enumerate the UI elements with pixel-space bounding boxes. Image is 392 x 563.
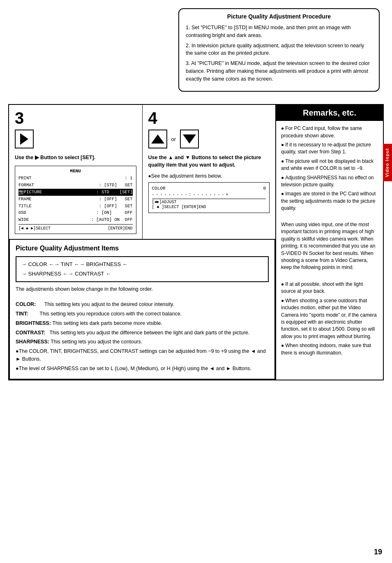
or-label: or xyxy=(171,136,176,142)
menu-row-frame: FRAME: [OFF] SET xyxy=(18,196,133,203)
slider-line: - - - - - - - - - : - - - - - - - - + xyxy=(152,192,266,197)
step-3-icon xyxy=(15,130,136,148)
quality-items-title: Picture Quality Adjustment Items xyxy=(16,245,269,252)
remark-bullet-2: If it is necessary to re-adjust the pict… xyxy=(281,141,378,156)
step-3-desc-text: Use the ▶ Button to select [SET]. xyxy=(15,155,95,160)
steps-row: 3 Use the ▶ Button to select [SET]. MENU xyxy=(9,105,275,240)
steps-area: 3 Use the ▶ Button to select [SET]. MENU xyxy=(9,105,276,380)
color-label: COLOR xyxy=(152,186,166,191)
color-row: COLOR 0 xyxy=(152,186,266,191)
triangle-up-icon xyxy=(151,134,164,144)
menu-display-title: MENU xyxy=(18,168,133,175)
note-1: ●The COLOR, TINT, BRIGHTNESS, and CONTRA… xyxy=(16,348,269,363)
page-number: 19 xyxy=(374,548,382,556)
color-value: 0 xyxy=(263,186,266,191)
color-footer: [◄►]ADJUST [ ◆ ]SELECT [ENTER]END xyxy=(152,199,266,209)
step-3-block: 3 Use the ▶ Button to select [SET]. MENU xyxy=(9,105,143,239)
color-footer-adjust: [◄►]ADJUST xyxy=(152,200,266,204)
remarks-content: For PC Card input, follow the same proce… xyxy=(276,121,383,363)
triangle-right-icon xyxy=(20,133,28,145)
remark-bullet-1: For PC Card input, follow the same proce… xyxy=(281,125,378,139)
remark-bullet-5: Images are stored in the PC Card without… xyxy=(281,190,378,212)
page-container: Picture Quality Adjustment Procedure 1. … xyxy=(0,0,392,563)
remarks-paragraph: When using video input, one of the most … xyxy=(281,221,378,271)
remark-bullet2-2: When shooting a scene outdoors that incl… xyxy=(281,297,378,340)
video-input-tab: Video Input xyxy=(383,144,392,181)
menu-row-format: FORMAT: [STD] SET xyxy=(18,182,133,189)
remarks-header: Remarks, etc. xyxy=(276,105,383,121)
procedure-title: Picture Quality Adjustment Procedure xyxy=(186,13,372,20)
procedure-step-1: 1. Set "PICTURE" to [STD] in MENU mode, … xyxy=(186,24,372,39)
menu-footer: [◄ ◆ ►]SELECT[ENTER]END xyxy=(18,224,133,232)
play-button-icon xyxy=(15,130,34,148)
step-4-icon: or xyxy=(148,130,270,148)
step-4-note: ●See the adjustment items below. xyxy=(148,173,270,180)
menu-row-osd: OSD: [ON] OFF xyxy=(18,209,133,216)
item-color: COLOR: This setting lets you adjust to t… xyxy=(16,301,269,308)
top-section: Picture Quality Adjustment Procedure 1. … xyxy=(8,8,384,92)
remark-bullet2-1: If at all possible, shoot with the light… xyxy=(281,281,378,295)
cycle-row-2: → SHARPNESS ←→ CONTRAST ← xyxy=(21,269,263,278)
quality-items-section: Picture Quality Adjustment Items → COLOR… xyxy=(9,240,275,380)
step-3-desc: Use the ▶ Button to select [SET]. xyxy=(15,154,136,162)
step-4-block: 4 or Use the ▲ and ▼ Buttons to select t… xyxy=(143,105,276,239)
procedure-step-3: 3. At "PICTURE" in MENU mode, adjust the… xyxy=(186,60,372,83)
menu-row-picture: 📷PICTURE: STD [SET] xyxy=(18,189,133,196)
cycle-row-1: → COLOR ←→ TINT ←→ BRIGHTNESS ← xyxy=(21,259,263,269)
step-4-desc: Use the ▲ and ▼ Buttons to select the pi… xyxy=(148,154,270,169)
step-4-number: 4 xyxy=(148,110,270,126)
menu-row-wide: WIDE: [AUTO] ON OFF xyxy=(18,216,133,223)
color-display: COLOR 0 - - - - - - - - - : - - - - - - … xyxy=(148,182,270,213)
item-tint: TINT: This setting lets you reproduce co… xyxy=(16,310,269,318)
step-3-number: 3 xyxy=(15,110,136,126)
triangle-down-icon xyxy=(183,134,196,144)
item-brightness: BRIGHTNESS: This setting lets dark parts… xyxy=(16,320,269,327)
item-sharpness: SHARPNESS: This setting lets you adjust … xyxy=(16,338,269,346)
remark-bullet-3: The picture will not be displayed in bla… xyxy=(281,158,378,172)
procedure-step-2: 2. In television picture quality adjustm… xyxy=(186,42,372,58)
menu-row-title: TITLE: [OFF] SET xyxy=(18,203,133,210)
remarks-section: Remarks, etc. For PC Card input, follow … xyxy=(276,105,383,380)
items-intro: The adjustments shown below change in th… xyxy=(16,285,269,293)
color-footer-select: [ ◆ ]SELECT [ENTER]END xyxy=(152,204,266,209)
up-triangle-icon-box xyxy=(148,130,167,148)
remark-bullet2-3: When shooting indoors, make sure that th… xyxy=(281,342,378,357)
down-triangle-icon-box xyxy=(180,130,199,148)
item-contrast: CONTRAST: This setting lets you adjust t… xyxy=(16,329,269,337)
procedure-steps: 1. Set "PICTURE" to [STD] in MENU mode, … xyxy=(186,24,372,83)
main-area: 3 Use the ▶ Button to select [SET]. MENU xyxy=(8,104,384,380)
note-2: ●The level of SHARPNESS can be set to L … xyxy=(16,365,269,373)
menu-display: MENU PRINT: 1 FORMAT: [STD] SET 📷PICTURE… xyxy=(15,166,136,234)
menu-row-print: PRINT: 1 xyxy=(18,175,133,182)
procedure-box: Picture Quality Adjustment Procedure 1. … xyxy=(178,8,380,92)
remark-bullet-4: Adjusting SHARPNESS has no effect on tel… xyxy=(281,174,378,189)
step-4-desc-text: Use the ▲ and ▼ Buttons to select the pi… xyxy=(148,155,261,168)
cycle-diagram: → COLOR ←→ TINT ←→ BRIGHTNESS ← → SHARPN… xyxy=(16,256,269,282)
